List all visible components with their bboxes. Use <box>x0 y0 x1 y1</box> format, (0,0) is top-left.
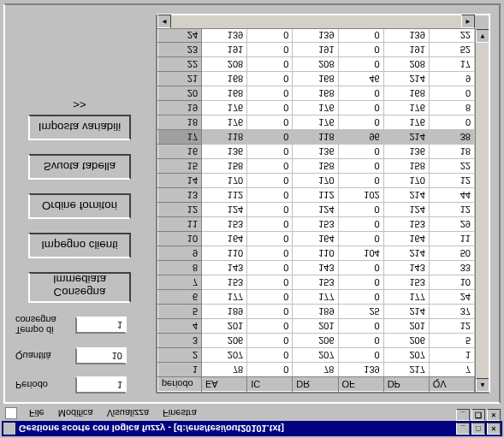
row-header-cell[interactable]: 23 <box>158 43 202 57</box>
table-row[interactable]: 9110011010421450 <box>158 246 475 261</box>
data-cell[interactable]: 17 <box>429 57 474 72</box>
data-cell[interactable]: 112 <box>293 188 338 203</box>
data-cell[interactable]: 46 <box>338 72 383 86</box>
data-cell[interactable]: 29 <box>429 217 474 232</box>
data-cell[interactable]: 12 <box>429 203 474 217</box>
data-cell[interactable]: 0 <box>338 145 383 159</box>
data-cell[interactable]: 0 <box>247 86 293 101</box>
row-header-cell[interactable]: 9 <box>158 246 202 261</box>
data-cell[interactable]: 0 <box>247 159 293 174</box>
impegno-button[interactable]: Impegno clienti <box>28 233 131 258</box>
table-row[interactable]: 19176017601768 <box>158 101 475 115</box>
minimize-button[interactable]: _ <box>456 423 470 435</box>
data-cell[interactable]: 0 <box>247 72 293 86</box>
data-cell[interactable]: 0 <box>338 261 383 275</box>
data-cell[interactable]: 168 <box>293 86 338 101</box>
data-cell[interactable]: 0 <box>247 29 293 43</box>
data-cell[interactable]: 0 <box>247 130 293 145</box>
data-cell[interactable]: 0 <box>247 115 293 130</box>
data-cell[interactable]: 168 <box>202 72 247 86</box>
data-cell[interactable]: 168 <box>202 86 247 101</box>
scroll-right-button[interactable]: ► <box>461 15 475 28</box>
data-cell[interactable]: 0 <box>338 174 383 188</box>
row-header-cell[interactable]: 18 <box>158 115 202 130</box>
data-cell[interactable]: 0 <box>247 174 293 188</box>
data-cell[interactable]: 0 <box>247 188 293 203</box>
data-cell[interactable]: 177 <box>293 290 338 305</box>
row-header-cell[interactable]: 6 <box>158 290 202 305</box>
data-cell[interactable]: 176 <box>383 115 429 130</box>
data-cell[interactable]: 168 <box>383 86 429 101</box>
data-cell[interactable]: 168 <box>293 72 338 86</box>
data-cell[interactable]: 214 <box>383 305 429 319</box>
data-cell[interactable]: 0 <box>247 290 293 305</box>
data-cell[interactable]: 214 <box>383 246 429 261</box>
menu-finestra[interactable]: Finestra <box>156 406 204 420</box>
row-header-cell[interactable]: 1 <box>158 363 202 377</box>
data-cell[interactable]: 0 <box>338 319 383 334</box>
data-cell[interactable]: 110 <box>293 246 338 261</box>
data-cell[interactable]: 139 <box>293 29 338 43</box>
data-cell[interactable]: 0 <box>247 275 293 290</box>
table-row[interactable]: 231910191019152 <box>158 43 475 57</box>
data-cell[interactable]: 0 <box>338 217 383 232</box>
data-cell[interactable]: 0 <box>247 232 293 246</box>
table-row[interactable]: 1711801189621438 <box>158 130 475 145</box>
svuota-button[interactable]: Svuota tabella <box>28 154 131 180</box>
maximize-button[interactable]: □ <box>471 423 485 435</box>
row-header-cell[interactable]: 13 <box>158 188 202 203</box>
data-cell[interactable]: 0 <box>338 86 383 101</box>
data-cell[interactable]: 0 <box>338 29 383 43</box>
data-cell[interactable]: 52 <box>429 43 474 57</box>
table-row[interactable]: 71530153015310 <box>158 275 475 290</box>
data-cell[interactable]: 153 <box>293 217 338 232</box>
data-cell[interactable]: 0 <box>247 348 293 363</box>
table-row[interactable]: 61770177017724 <box>158 290 475 305</box>
data-cell[interactable]: 50 <box>429 246 474 261</box>
data-cell[interactable]: 0 <box>338 57 383 72</box>
data-cell[interactable]: 0 <box>247 305 293 319</box>
data-cell[interactable]: 136 <box>383 145 429 159</box>
data-cell[interactable]: 0 <box>338 115 383 130</box>
data-cell[interactable]: 191 <box>202 43 247 57</box>
data-cell[interactable]: 139 <box>202 29 247 43</box>
data-cell[interactable]: 104 <box>338 246 383 261</box>
data-cell[interactable]: 176 <box>293 101 338 115</box>
data-cell[interactable]: 118 <box>202 130 247 145</box>
row-header-cell[interactable]: 12 <box>158 203 202 217</box>
data-cell[interactable]: 0 <box>338 43 383 57</box>
data-cell[interactable]: 0 <box>247 319 293 334</box>
data-cell[interactable]: 0 <box>247 57 293 72</box>
data-cell[interactable]: 12 <box>429 174 474 188</box>
data-cell[interactable]: 0 <box>338 203 383 217</box>
data-cell[interactable]: 158 <box>202 159 247 174</box>
data-cell[interactable]: 124 <box>383 203 429 217</box>
data-cell[interactable]: 176 <box>202 115 247 130</box>
scroll-left-button[interactable]: ◄ <box>157 15 171 28</box>
column-header[interactable]: DR <box>293 377 338 392</box>
table-row[interactable]: 42010201020112 <box>158 319 475 334</box>
data-cell[interactable]: 143 <box>383 261 429 275</box>
data-cell[interactable]: 208 <box>293 57 338 72</box>
data-cell[interactable]: 0 <box>338 290 383 305</box>
table-row[interactable]: 111530153015329 <box>158 217 475 232</box>
row-header-cell[interactable]: 10 <box>158 232 202 246</box>
mdi-close-button[interactable]: × <box>487 409 501 421</box>
data-cell[interactable]: 176 <box>202 101 247 115</box>
data-cell[interactable]: 0 <box>247 334 293 348</box>
row-header-cell[interactable]: 5 <box>158 305 202 319</box>
ordine-button[interactable]: Ordine fornitori <box>28 193 131 219</box>
column-header[interactable]: periodo <box>158 377 202 392</box>
data-cell[interactable]: 153 <box>383 217 429 232</box>
data-cell[interactable]: 191 <box>383 43 429 57</box>
data-cell[interactable]: 78 <box>202 363 247 377</box>
row-header-cell[interactable]: 22 <box>158 57 202 72</box>
data-cell[interactable]: 214 <box>383 188 429 203</box>
row-header-cell[interactable]: 20 <box>158 86 202 101</box>
data-cell[interactable]: 0 <box>247 217 293 232</box>
data-cell[interactable]: 208 <box>383 57 429 72</box>
data-cell[interactable]: 217 <box>383 363 429 377</box>
data-cell[interactable]: 214 <box>383 72 429 86</box>
data-cell[interactable]: 102 <box>338 188 383 203</box>
table-row[interactable]: 121240124012412 <box>158 203 475 217</box>
